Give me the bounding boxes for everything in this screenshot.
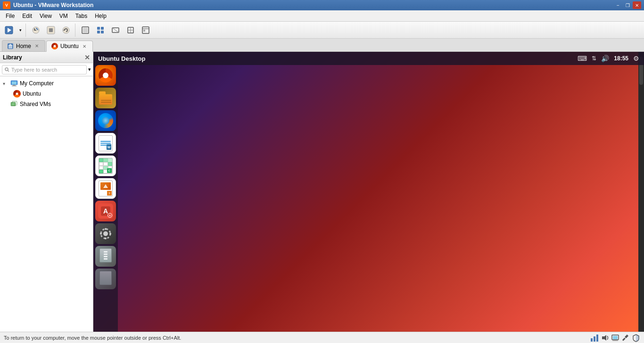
launcher-writer[interactable]: W xyxy=(95,133,116,154)
maximize-button[interactable]: ❐ xyxy=(623,1,632,9)
launcher-firefox[interactable] xyxy=(95,110,116,131)
svg-line-25 xyxy=(8,70,9,72)
tree-item-shared-vms[interactable]: Shared VMs xyxy=(0,99,93,109)
tree-item-ubuntu[interactable]: Ubuntu xyxy=(0,89,93,99)
launcher-impress[interactable]: I xyxy=(95,178,116,199)
ubuntu-tab-icon xyxy=(51,43,58,49)
sound-icon[interactable]: 🔊 xyxy=(601,55,609,62)
windowed-button[interactable] xyxy=(139,24,153,37)
shared-vms-label: Shared VMs xyxy=(20,101,51,107)
ubuntu-tree-icon xyxy=(13,90,21,98)
svg-rect-32 xyxy=(12,103,15,105)
tabs-bar: Home ✕ Ubuntu ✕ xyxy=(0,39,644,52)
library-panel: Library ✕ Type here to search ▾ ▾ xyxy=(0,52,93,332)
svg-rect-4 xyxy=(49,28,53,32)
my-computer-label: My Computer xyxy=(20,80,54,87)
unity-icon xyxy=(96,26,105,34)
ubuntu-tree-label: Ubuntu xyxy=(23,90,41,97)
app-icon: V xyxy=(3,1,10,9)
svg-rect-9 xyxy=(97,27,100,30)
search-dropdown-button[interactable]: ▾ xyxy=(88,66,91,73)
menu-view[interactable]: View xyxy=(36,11,56,21)
shutdown-button[interactable] xyxy=(44,24,58,37)
ubuntu-desktop[interactable]: Ubuntu Desktop ⌨ ⇅ 🔊 18:55 ⚙ xyxy=(93,52,644,332)
sound-status-icon xyxy=(601,334,609,342)
library-close-button[interactable]: ✕ xyxy=(84,54,90,61)
power-icon xyxy=(5,26,13,34)
svg-rect-11 xyxy=(97,31,100,33)
svg-point-36 xyxy=(105,237,107,239)
suspend-button[interactable] xyxy=(29,24,43,37)
menu-vm[interactable]: VM xyxy=(56,11,72,21)
svg-rect-12 xyxy=(101,31,104,33)
clock: 18:55 xyxy=(614,55,628,62)
search-placeholder: Type here to search xyxy=(11,67,57,73)
tab-ubuntu[interactable]: Ubuntu ✕ xyxy=(46,41,93,52)
status-bar: To return to your computer, move the mou… xyxy=(0,332,644,343)
menu-tabs[interactable]: Tabs xyxy=(72,11,91,21)
library-title: Library xyxy=(3,54,22,61)
svg-rect-39 xyxy=(591,338,593,342)
tab-home-close[interactable]: ✕ xyxy=(33,43,40,49)
expand-icon: ▾ xyxy=(3,81,8,86)
title-bar-left: V Ubuntu - VMware Workstation xyxy=(3,1,93,9)
tree-item-my-computer[interactable]: ▾ My Computer xyxy=(0,78,93,89)
svg-rect-46 xyxy=(612,340,618,341)
ubuntu-topbar: Ubuntu Desktop ⌨ ⇅ 🔊 18:55 ⚙ xyxy=(93,52,644,65)
power-dropdown-button[interactable]: ▾ xyxy=(17,24,24,37)
menu-help[interactable]: Help xyxy=(91,11,110,21)
menu-file[interactable]: File xyxy=(2,11,18,21)
fullscreen-button[interactable] xyxy=(78,24,92,37)
fit-button[interactable] xyxy=(108,24,123,37)
keyboard-icon[interactable]: ⌨ xyxy=(578,55,587,62)
vm-scrollbar[interactable] xyxy=(638,52,644,332)
svg-point-33 xyxy=(103,231,108,236)
launcher-calc[interactable]: C xyxy=(95,155,116,176)
power-on-button[interactable] xyxy=(2,24,16,37)
reset-icon xyxy=(62,26,70,34)
svg-rect-41 xyxy=(596,335,598,342)
unity-button[interactable] xyxy=(93,24,107,37)
menu-edit[interactable]: Edit xyxy=(18,11,36,21)
status-right xyxy=(590,334,640,342)
tab-ubuntu-label: Ubuntu xyxy=(60,43,79,49)
launcher-settings[interactable] xyxy=(95,223,116,244)
close-button[interactable]: ✕ xyxy=(633,1,641,9)
tab-ubuntu-close[interactable]: ✕ xyxy=(81,43,88,49)
settings-launcher-icon xyxy=(99,227,112,240)
tab-home[interactable]: Home ✕ xyxy=(2,40,45,51)
svg-rect-8 xyxy=(83,28,88,33)
title-text: Ubuntu - VMware Workstation xyxy=(13,2,93,8)
ubuntu-desktop-title: Ubuntu Desktop xyxy=(98,55,145,62)
settings-topbar-icon[interactable]: ⚙ xyxy=(633,55,639,62)
title-controls: − ❐ ✕ xyxy=(614,1,641,9)
autofit-button[interactable] xyxy=(124,24,138,37)
launcher-files[interactable] xyxy=(95,88,116,108)
reset-button[interactable] xyxy=(59,24,73,37)
windowed-icon xyxy=(141,26,150,34)
suspend-icon xyxy=(32,26,40,34)
toolbar: ▾ xyxy=(0,22,644,39)
launcher-ubuntu[interactable] xyxy=(95,65,116,86)
input-icon[interactable]: ⇅ xyxy=(592,55,596,62)
library-search: Type here to search ▾ xyxy=(0,63,93,76)
launcher-appcenter[interactable]: A + xyxy=(95,201,116,221)
computer-icon xyxy=(10,80,18,87)
library-tree: ▾ My Computer Ubuntu xyxy=(0,76,93,332)
svg-point-35 xyxy=(105,228,107,230)
desktop-wallpaper[interactable] xyxy=(118,52,644,332)
network-status-icon xyxy=(590,334,599,342)
minimize-button[interactable]: − xyxy=(614,1,622,9)
launcher-archive2[interactable] xyxy=(95,269,116,289)
svg-point-37 xyxy=(100,233,102,235)
svg-rect-28 xyxy=(13,85,16,86)
search-box[interactable]: Type here to search xyxy=(2,65,87,74)
vm-area: Ubuntu Desktop ⌨ ⇅ 🔊 18:55 ⚙ xyxy=(93,52,644,332)
tab-home-label: Home xyxy=(16,43,31,49)
svg-rect-27 xyxy=(12,82,17,84)
svg-rect-45 xyxy=(613,340,617,341)
svg-line-14 xyxy=(112,28,119,33)
ubuntu-topbar-right: ⌨ ⇅ 🔊 18:55 ⚙ xyxy=(578,55,639,62)
status-message: To return to your computer, move the mou… xyxy=(4,335,181,341)
launcher-archive[interactable] xyxy=(95,246,116,267)
